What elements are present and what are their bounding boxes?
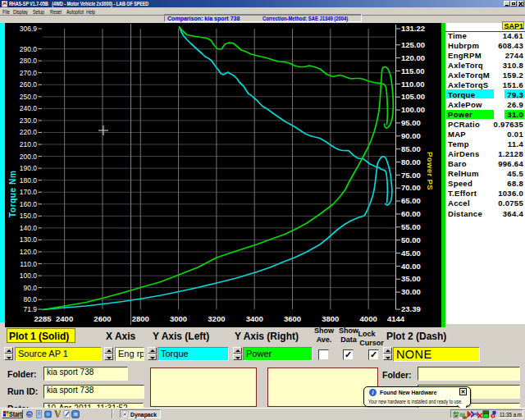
svg-text:240.0: 240.0 [20,104,38,112]
svg-text:2400: 2400 [56,314,73,323]
svg-text:71.9: 71.9 [23,305,37,313]
svg-text:150.0: 150.0 [20,212,38,220]
svg-text:130.0: 130.0 [20,235,38,244]
svg-text:270.0: 270.0 [20,69,38,77]
svg-text:90.00: 90.00 [401,131,421,140]
svg-text:140.0: 140.0 [20,224,38,232]
svg-text:90.0: 90.0 [23,284,37,292]
svg-text:125.00: 125.00 [401,40,425,49]
svg-text:180.0: 180.0 [20,176,38,185]
svg-text:105.00: 105.00 [401,92,425,101]
svg-text:115.00: 115.00 [401,66,425,75]
svg-text:100.00: 100.00 [401,105,425,114]
svg-text:50.00: 50.00 [401,235,421,244]
svg-text:190.0: 190.0 [20,164,38,172]
svg-text:65.00: 65.00 [401,196,421,205]
svg-text:40.00: 40.00 [401,262,421,271]
svg-text:4000: 4000 [360,314,377,323]
svg-text:Torque Nm: Torque Nm [8,171,17,217]
svg-text:110.0: 110.0 [20,260,37,268]
svg-text:2285: 2285 [34,314,52,323]
svg-text:80.0: 80.0 [23,295,37,304]
svg-text:Power PS: Power PS [426,152,435,190]
svg-text:3600: 3600 [284,314,301,323]
svg-text:2800: 2800 [132,314,149,323]
svg-text:230.0: 230.0 [20,116,38,125]
svg-text:55.00: 55.00 [401,222,421,231]
svg-text:160.0: 160.0 [20,200,38,208]
svg-text:85.00: 85.00 [401,144,421,153]
svg-text:60.00: 60.00 [401,209,421,218]
svg-text:75.00: 75.00 [401,171,421,180]
svg-text:23.39: 23.39 [401,304,421,313]
svg-text:110.00: 110.00 [401,80,425,89]
svg-text:35.00: 35.00 [401,274,421,283]
svg-text:290.0: 290.0 [20,45,38,53]
svg-text:3800: 3800 [322,314,339,323]
svg-text:3200: 3200 [208,314,225,323]
svg-text:2600: 2600 [94,314,111,323]
svg-text:80.00: 80.00 [401,158,421,167]
svg-text:30.00: 30.00 [401,287,421,296]
svg-text:70.00: 70.00 [401,183,421,192]
svg-text:120.0: 120.0 [20,248,38,256]
svg-text:100.0: 100.0 [20,272,38,280]
svg-text:260.0: 260.0 [20,80,38,89]
svg-text:170.0: 170.0 [20,188,38,196]
svg-text:3400: 3400 [246,314,263,323]
svg-text:131.22: 131.22 [401,24,425,33]
svg-text:45.00: 45.00 [401,249,421,258]
svg-text:200.0: 200.0 [20,153,38,161]
svg-text:210.0: 210.0 [20,140,38,148]
svg-text:250.0: 250.0 [20,93,38,101]
svg-text:4144: 4144 [387,314,405,323]
svg-text:306.9: 306.9 [20,25,38,33]
svg-text:95.00: 95.00 [401,118,421,127]
svg-text:3000: 3000 [170,314,187,323]
svg-text:120.00: 120.00 [401,53,425,62]
svg-text:220.0: 220.0 [20,128,38,136]
svg-text:280.0: 280.0 [20,57,38,65]
